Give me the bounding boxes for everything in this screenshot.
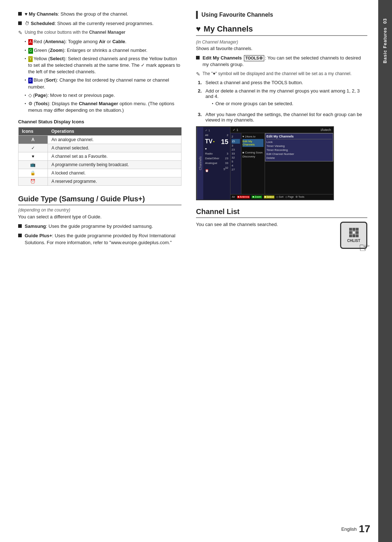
tv-right-area: ✓ 1 1futech 2 15 3 23 33 32	[230, 127, 333, 200]
step-num-2: 2.	[198, 88, 203, 94]
icon-cell-check: ✓	[19, 144, 48, 152]
table-header-icons: Icons	[19, 127, 48, 136]
step-2-sub: • One or more groups can be selected.	[212, 100, 367, 107]
sidebar: 03 Basic Features	[378, 0, 392, 542]
using-favourite-heading: Using Favourite Channels	[196, 11, 367, 19]
channel-list-section: You can see all the channels searched.	[196, 222, 367, 249]
popup-delete: Delete	[266, 156, 332, 160]
tv-ch-discovery: Discovery	[242, 155, 264, 159]
btn-air: Air	[232, 196, 235, 198]
tv-popup-menu: Edit My Channels Lock Timer Viewing Time…	[265, 133, 333, 161]
icons-table: Icons Operations A An analogue channel. …	[18, 127, 181, 186]
sub-dot2: •	[25, 48, 26, 53]
table-row: ⏰ A reserved programme.	[19, 177, 181, 186]
table-row: 📺 A programme currently being broadcast.	[19, 161, 181, 169]
colour-blue-text: BBlue (Sort): Change the list ordered by…	[28, 77, 181, 90]
numbered-steps: 1. Select a channel and press the TOOLS …	[198, 80, 367, 123]
icon-cell-heart: ♥	[19, 152, 48, 161]
guide-type-intro: You can select a different type of Guide…	[18, 214, 181, 219]
btn-sort: ◇ Sort	[276, 196, 283, 198]
tv-row-tv: TV •15	[204, 137, 229, 147]
step-num-1: 1.	[198, 80, 203, 85]
guide-type-heading: Guide Type (Samsung / Guide Plus+)	[18, 195, 181, 205]
step-3: 3. After you have changed the settings, …	[198, 112, 367, 123]
samsung-text: Samsung: Uses the guide programme by pro…	[25, 223, 181, 230]
icon-cell-a: A	[19, 136, 48, 144]
btn-select: ■ Select	[264, 196, 275, 198]
page-footer: English 17	[341, 523, 370, 535]
colour-yellow-text: YYellow (Select): Select desired channel…	[28, 56, 181, 75]
sub-dot4: •	[25, 78, 26, 83]
guide-plus-text: Guide Plus+: Uses the guide programme pr…	[25, 233, 181, 246]
tv-row-radio: Radio3	[204, 151, 229, 156]
step-2-sub-text: One or more groups can be selected.	[216, 100, 294, 107]
tv-popup-area: Edit My Channels Lock Timer Viewing Time…	[265, 133, 333, 194]
table-header-operations: Operations	[48, 127, 181, 136]
colour-sub-bullets: • ARed (Antenna): Toggle among Air or Ca…	[25, 38, 181, 114]
popup-timer-viewing: Timer Viewing	[266, 144, 332, 148]
step-1-text: Select a channel and press the TOOLS but…	[205, 80, 303, 85]
sidebar-section-num: 03	[383, 18, 388, 24]
blue-box: B	[28, 78, 33, 83]
tv-row-all: All2	[204, 133, 229, 137]
tv-num-3: 3	[232, 144, 240, 148]
popup-timer-recording: Timer Recording	[266, 148, 332, 152]
op-cell-broadcast: A programme currently being broadcast.	[48, 161, 181, 169]
btn-zoom: ■ Zoom	[252, 196, 262, 198]
bullet-sq-samsung	[18, 224, 22, 228]
sidebar-label: Basic Features	[383, 27, 388, 63]
btn-antenna: ■ Antenna	[237, 196, 250, 198]
step-2: 2. Add or delete a channel in the my cha…	[198, 88, 367, 109]
op-cell-reserved: A reserved programme.	[48, 177, 181, 186]
icon-cell-broadcast: 📺	[19, 161, 48, 169]
heart-symbol-note: ✎ The "♥" symbol will be displayed and t…	[196, 71, 367, 77]
channel-list-text: You can see all the channels searched.	[196, 222, 333, 227]
shows-text: Shows all favourite channels.	[196, 46, 367, 51]
in-channel-manager: (in Channel Manager)	[196, 40, 367, 45]
colour-red-item: • ARed (Antenna): Toggle among Air or Ca…	[25, 38, 181, 45]
bullet-sq-plus	[18, 234, 22, 237]
tv-top-bar: ✓ 1 1futech	[230, 127, 333, 133]
edit-my-channels-bullet: Edit My Channels TOOLS⚙: You can set the…	[196, 55, 367, 68]
tv-content-area: 2 15 3 23 33 32 5 4 27	[230, 133, 333, 194]
guide-plus-item: Guide Plus+: Uses the guide programme pr…	[18, 233, 181, 246]
tools-box: TOOLS⚙	[244, 55, 264, 61]
tv-num-33: 33	[232, 152, 240, 156]
sub-dot5: •	[25, 93, 26, 98]
my-channels-title: My Channels	[204, 24, 253, 34]
my-channels-heading: ♥ My Channels	[196, 24, 367, 36]
table-row: ✓ A channel selected.	[19, 144, 181, 152]
guide-samsung-item: Samsung: Uses the guide programme by pro…	[18, 223, 181, 230]
popup-lock: Lock	[266, 140, 332, 144]
tv-ch-coming-soon: ■ Coming Soon	[242, 151, 264, 155]
tv-ch-24ore: ♥ 24ore.tv	[242, 134, 264, 139]
tv-num-27: 27	[232, 168, 240, 172]
my-channels-heart-icon: ♥	[196, 24, 201, 34]
btn-tools: ⚙ Tools	[295, 196, 304, 198]
popup-title: Edit My Channels	[266, 135, 332, 139]
tv-row-heart: ♥	[204, 147, 229, 151]
channels-vertical-label: Channels	[197, 127, 203, 200]
heart-bullet-icon: ♥	[25, 11, 29, 17]
edit-my-channels-text: Edit My Channels TOOLS⚙: You can set the…	[203, 55, 367, 68]
tv-top-left: ✓ 1	[233, 128, 238, 132]
tv-numbers-col: 2 15 3 23 33 32 5 4 27	[230, 133, 241, 194]
colour-tools-text: ⚙ (Tools): Displays the Channel Manager …	[28, 100, 181, 114]
sub-dot3: •	[25, 56, 26, 61]
green-box: G	[28, 48, 33, 54]
bullet-square-icon	[18, 12, 22, 16]
chlist-grid-icon	[349, 228, 359, 237]
step-3-text: After you have changed the settings, the…	[205, 112, 367, 123]
table-row: 🔒 A locked channel.	[19, 169, 181, 177]
colour-blue-item: • BBlue (Sort): Change the list ordered …	[25, 77, 181, 90]
popup-edit-channel: Edit Channel Number	[266, 152, 332, 156]
tv-num-5b: 5	[232, 160, 240, 164]
clock-bullet-icon: ⏱	[25, 21, 31, 26]
op-cell-selected: A channel selected.	[48, 144, 181, 152]
tv-num-2: 2	[232, 134, 240, 139]
colour-page-text: ◇ (Page): Move to next or previous page.	[28, 92, 115, 99]
btn-page: ◇ Page	[285, 196, 294, 198]
bullet-square-icon2	[18, 21, 22, 25]
hand-pointer-icon: ☞	[359, 241, 370, 254]
left-column: ♥ My Channels: Shows the group of the ch…	[18, 11, 192, 531]
